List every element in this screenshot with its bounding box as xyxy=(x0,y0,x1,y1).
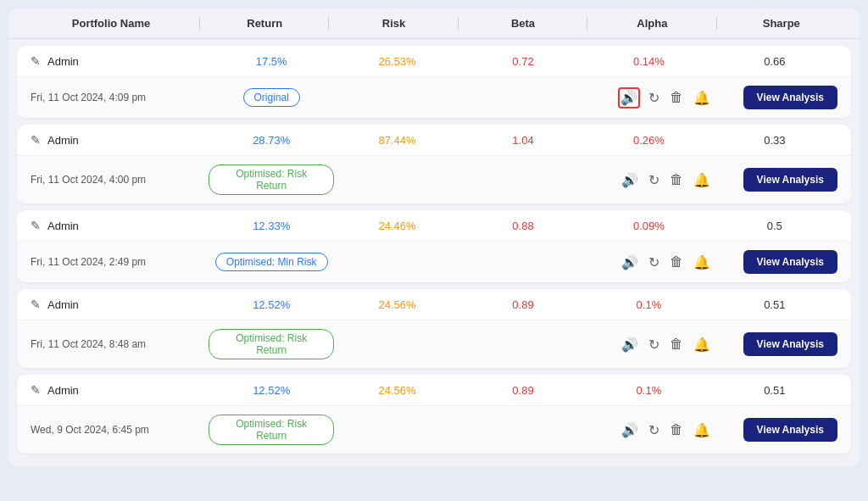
view-analysis-button[interactable]: View Analysis xyxy=(743,418,837,442)
return-cell: 12.33% xyxy=(209,220,334,232)
col-sharpe: Sharpe xyxy=(717,17,846,30)
portfolio-card-2: ✎ Admin 28.73% 87.44% 1.04 0.26% 0.33 Fr… xyxy=(17,125,851,203)
col-return: Return xyxy=(200,17,329,30)
return-cell: 12.52% xyxy=(209,298,334,311)
col-alpha: Alpha xyxy=(587,17,716,30)
sharpe-cell: 0.51 xyxy=(712,384,837,397)
view-analysis-cell: View Analysis xyxy=(712,418,837,442)
alpha-cell: 0.26% xyxy=(586,134,711,147)
tag-badge: Optimised: Min Risk xyxy=(215,253,328,271)
portfolio-card-3: ✎ Admin 12.33% 24.46% 0.88 0.09% 0.5 Fri… xyxy=(17,210,851,282)
bell-button[interactable]: 🔔 xyxy=(692,253,712,272)
action-icons-cell: 🔊 ↻ 🗑 🔔 xyxy=(586,253,711,272)
risk-cell: 26.53% xyxy=(334,55,459,68)
tag-cell: Optimised: Risk Return xyxy=(209,329,334,359)
table-row-detail: Fri, 11 Oct 2024, 2:49 pm Optimised: Min… xyxy=(17,242,851,282)
tag-badge: Optimised: Risk Return xyxy=(209,329,334,359)
bell-button[interactable]: 🔔 xyxy=(692,420,712,440)
bell-button[interactable]: 🔔 xyxy=(692,335,712,354)
owner-label: Admin xyxy=(47,384,79,397)
beta-cell: 0.88 xyxy=(460,220,586,232)
tag-badge: Optimised: Risk Return xyxy=(209,164,334,195)
trash-button[interactable]: 🗑 xyxy=(668,335,685,353)
table-header: Portfolio Name Return Risk Beta Alpha Sh… xyxy=(8,8,860,39)
portfolio-table: Portfolio Name Return Risk Beta Alpha Sh… xyxy=(8,8,860,467)
refresh-button[interactable]: ↻ xyxy=(647,88,661,108)
refresh-button[interactable]: ↻ xyxy=(647,335,661,354)
owner-label: Admin xyxy=(47,134,79,147)
sound-button[interactable]: 🔊 xyxy=(620,335,640,354)
view-analysis-cell: View Analysis xyxy=(712,86,837,109)
col-portfolio-name: Portfolio Name xyxy=(22,17,200,30)
view-analysis-button[interactable]: View Analysis xyxy=(743,86,837,109)
action-icons-cell: 🔊 ↻ 🗑 🔔 xyxy=(586,420,711,440)
return-cell: 12.52% xyxy=(209,384,334,397)
return-cell: 17.5% xyxy=(209,55,334,68)
portfolio-name-cell: ✎ Admin xyxy=(31,219,209,232)
tag-cell: Optimised: Risk Return xyxy=(209,415,334,445)
bell-button[interactable]: 🔔 xyxy=(692,88,712,108)
trash-button[interactable]: 🗑 xyxy=(668,253,685,271)
refresh-button[interactable]: ↻ xyxy=(647,253,661,272)
owner-label: Admin xyxy=(47,55,79,68)
alpha-cell: 0.1% xyxy=(586,298,711,311)
risk-cell: 24.56% xyxy=(334,384,459,397)
view-analysis-button[interactable]: View Analysis xyxy=(743,250,837,274)
trash-button[interactable]: 🗑 xyxy=(668,420,685,439)
edit-icon[interactable]: ✎ xyxy=(31,133,41,147)
portfolio-card-5: ✎ Admin 12.52% 24.56% 0.89 0.1% 0.51 Wed… xyxy=(17,375,851,454)
view-analysis-cell: View Analysis xyxy=(712,168,837,192)
sound-button[interactable]: 🔊 xyxy=(620,253,640,272)
sound-button[interactable]: 🔊 xyxy=(620,420,640,440)
portfolio-name-cell: ✎ Admin xyxy=(31,54,209,68)
beta-cell: 0.89 xyxy=(460,384,586,397)
date-cell: Fri, 11 Oct 2024, 2:49 pm xyxy=(31,256,209,268)
tag-badge: Original xyxy=(243,88,300,107)
tag-cell: Optimised: Risk Return xyxy=(209,164,334,195)
portfolio-name-cell: ✎ Admin xyxy=(31,298,209,311)
trash-button[interactable]: 🗑 xyxy=(668,88,685,107)
portfolio-card-4: ✎ Admin 12.52% 24.56% 0.89 0.1% 0.51 Fri… xyxy=(17,289,851,368)
bell-button[interactable]: 🔔 xyxy=(692,170,712,190)
date-cell: Wed, 9 Oct 2024, 6:45 pm xyxy=(31,424,209,436)
edit-icon[interactable]: ✎ xyxy=(31,54,41,68)
action-icons-cell: 🔊 ↻ 🗑 🔔 xyxy=(586,335,711,354)
col-risk: Risk xyxy=(329,17,458,30)
tag-cell: Original xyxy=(209,88,334,107)
view-analysis-button[interactable]: View Analysis xyxy=(743,332,837,356)
refresh-button[interactable]: ↻ xyxy=(647,420,661,440)
risk-cell: 24.46% xyxy=(334,220,459,232)
portfolio-name-cell: ✎ Admin xyxy=(31,133,209,147)
trash-button[interactable]: 🗑 xyxy=(668,170,685,189)
sharpe-cell: 0.51 xyxy=(712,298,837,311)
table-row-detail: Wed, 9 Oct 2024, 6:45 pm Optimised: Risk… xyxy=(17,406,851,454)
view-analysis-cell: View Analysis xyxy=(712,250,837,274)
edit-icon[interactable]: ✎ xyxy=(31,219,41,232)
edit-icon[interactable]: ✎ xyxy=(31,383,41,397)
portfolio-name-cell: ✎ Admin xyxy=(31,383,209,397)
sharpe-cell: 0.5 xyxy=(712,220,837,232)
table-row-detail: Fri, 11 Oct 2024, 8:48 am Optimised: Ris… xyxy=(17,320,851,368)
refresh-button[interactable]: ↻ xyxy=(647,170,661,190)
table-row: ✎ Admin 12.52% 24.56% 0.89 0.1% 0.51 xyxy=(17,375,851,406)
sound-button[interactable]: 🔊 xyxy=(618,87,640,109)
risk-cell: 24.56% xyxy=(334,298,459,311)
beta-cell: 1.04 xyxy=(460,134,586,147)
beta-cell: 0.72 xyxy=(460,55,586,68)
action-icons-cell: 🔊 ↻ 🗑 🔔 xyxy=(586,170,711,190)
sound-button[interactable]: 🔊 xyxy=(620,170,640,190)
date-cell: Fri, 11 Oct 2024, 8:48 am xyxy=(31,338,209,350)
table-row: ✎ Admin 17.5% 26.53% 0.72 0.14% 0.66 xyxy=(17,46,851,77)
tag-cell: Optimised: Min Risk xyxy=(209,253,334,271)
owner-label: Admin xyxy=(47,220,79,232)
return-cell: 28.73% xyxy=(209,134,334,147)
alpha-cell: 0.09% xyxy=(586,220,711,232)
view-analysis-button[interactable]: View Analysis xyxy=(743,168,837,192)
portfolio-card-1: ✎ Admin 17.5% 26.53% 0.72 0.14% 0.66 Fri… xyxy=(17,46,851,118)
table-row-detail: Fri, 11 Oct 2024, 4:00 pm Optimised: Ris… xyxy=(17,156,851,203)
alpha-cell: 0.1% xyxy=(586,384,711,397)
edit-icon[interactable]: ✎ xyxy=(31,298,41,311)
sharpe-cell: 0.66 xyxy=(712,55,837,68)
col-beta: Beta xyxy=(459,17,587,30)
owner-label: Admin xyxy=(47,298,79,311)
